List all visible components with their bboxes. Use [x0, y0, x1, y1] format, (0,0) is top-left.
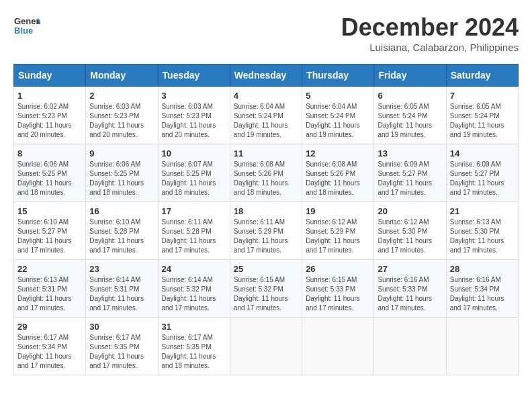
- day-info: Sunrise: 6:06 AM Sunset: 5:25 PM Dayligh…: [17, 160, 82, 197]
- day-info: Sunrise: 6:06 AM Sunset: 5:25 PM Dayligh…: [89, 160, 154, 197]
- day-info: Sunrise: 6:08 AM Sunset: 5:26 PM Dayligh…: [234, 160, 298, 197]
- day-cell-25: 25Sunrise: 6:15 AM Sunset: 5:32 PM Dayli…: [230, 260, 302, 318]
- day-info: Sunrise: 6:08 AM Sunset: 5:26 PM Dayligh…: [306, 160, 370, 197]
- calendar-table: SundayMondayTuesdayWednesdayThursdayFrid…: [13, 64, 519, 375]
- day-number: 28: [450, 264, 515, 274]
- weekday-header-thursday: Thursday: [302, 64, 374, 87]
- day-cell-28: 28Sunrise: 6:16 AM Sunset: 5:34 PM Dayli…: [446, 260, 518, 318]
- day-cell-26: 26Sunrise: 6:15 AM Sunset: 5:33 PM Dayli…: [302, 260, 374, 318]
- week-row-4: 22Sunrise: 6:13 AM Sunset: 5:31 PM Dayli…: [14, 260, 519, 318]
- day-cell-12: 12Sunrise: 6:08 AM Sunset: 5:26 PM Dayli…: [302, 144, 374, 202]
- day-cell-14: 14Sunrise: 6:09 AM Sunset: 5:27 PM Dayli…: [446, 144, 518, 202]
- day-cell-24: 24Sunrise: 6:14 AM Sunset: 5:32 PM Dayli…: [158, 260, 230, 318]
- day-cell-5: 5Sunrise: 6:04 AM Sunset: 5:24 PM Daylig…: [302, 87, 374, 144]
- day-cell-15: 15Sunrise: 6:10 AM Sunset: 5:27 PM Dayli…: [14, 202, 86, 260]
- weekday-header-sunday: Sunday: [14, 64, 86, 87]
- logo: General Blue: [13, 13, 40, 38]
- day-cell-23: 23Sunrise: 6:14 AM Sunset: 5:31 PM Dayli…: [86, 260, 158, 318]
- day-cell-16: 16Sunrise: 6:10 AM Sunset: 5:28 PM Dayli…: [86, 202, 158, 260]
- title-section: December 2024 Luisiana, Calabarzon, Phil…: [341, 13, 519, 53]
- day-cell-22: 22Sunrise: 6:13 AM Sunset: 5:31 PM Dayli…: [14, 260, 86, 318]
- day-cell-21: 21Sunrise: 6:13 AM Sunset: 5:30 PM Dayli…: [446, 202, 518, 260]
- day-number: 22: [17, 264, 82, 274]
- day-info: Sunrise: 6:04 AM Sunset: 5:24 PM Dayligh…: [234, 102, 298, 140]
- day-info: Sunrise: 6:16 AM Sunset: 5:34 PM Dayligh…: [450, 275, 515, 313]
- day-number: 12: [306, 148, 370, 158]
- day-info: Sunrise: 6:13 AM Sunset: 5:30 PM Dayligh…: [450, 218, 515, 255]
- day-info: Sunrise: 6:14 AM Sunset: 5:31 PM Dayligh…: [89, 275, 154, 313]
- day-cell-1: 1Sunrise: 6:02 AM Sunset: 5:23 PM Daylig…: [14, 87, 86, 144]
- day-info: Sunrise: 6:12 AM Sunset: 5:29 PM Dayligh…: [306, 218, 370, 255]
- empty-cell: [230, 318, 302, 375]
- day-number: 26: [306, 264, 370, 274]
- day-info: Sunrise: 6:05 AM Sunset: 5:24 PM Dayligh…: [450, 102, 515, 140]
- day-number: 30: [89, 322, 154, 332]
- day-number: 15: [17, 206, 82, 216]
- day-info: Sunrise: 6:09 AM Sunset: 5:27 PM Dayligh…: [450, 160, 515, 197]
- day-info: Sunrise: 6:09 AM Sunset: 5:27 PM Dayligh…: [378, 160, 442, 197]
- day-info: Sunrise: 6:13 AM Sunset: 5:31 PM Dayligh…: [17, 275, 82, 313]
- day-number: 10: [162, 148, 226, 158]
- empty-cell: [374, 318, 446, 375]
- day-cell-3: 3Sunrise: 6:03 AM Sunset: 5:23 PM Daylig…: [158, 87, 230, 144]
- svg-text:General: General: [14, 16, 40, 26]
- day-info: Sunrise: 6:15 AM Sunset: 5:32 PM Dayligh…: [234, 275, 298, 313]
- month-title: December 2024: [341, 13, 519, 42]
- day-info: Sunrise: 6:12 AM Sunset: 5:30 PM Dayligh…: [378, 218, 442, 255]
- day-info: Sunrise: 6:05 AM Sunset: 5:24 PM Dayligh…: [378, 102, 442, 140]
- day-number: 4: [234, 91, 298, 101]
- day-info: Sunrise: 6:17 AM Sunset: 5:35 PM Dayligh…: [89, 333, 154, 371]
- day-info: Sunrise: 6:03 AM Sunset: 5:23 PM Dayligh…: [89, 102, 154, 140]
- day-info: Sunrise: 6:11 AM Sunset: 5:28 PM Dayligh…: [162, 218, 226, 255]
- day-number: 29: [17, 322, 82, 332]
- day-cell-30: 30Sunrise: 6:17 AM Sunset: 5:35 PM Dayli…: [86, 318, 158, 375]
- weekday-header-row: SundayMondayTuesdayWednesdayThursdayFrid…: [14, 64, 519, 87]
- day-number: 18: [234, 206, 298, 216]
- day-cell-7: 7Sunrise: 6:05 AM Sunset: 5:24 PM Daylig…: [446, 87, 518, 144]
- day-number: 23: [89, 264, 154, 274]
- day-info: Sunrise: 6:14 AM Sunset: 5:32 PM Dayligh…: [162, 275, 226, 313]
- svg-text:Blue: Blue: [14, 26, 33, 36]
- day-number: 2: [89, 91, 154, 101]
- day-cell-8: 8Sunrise: 6:06 AM Sunset: 5:25 PM Daylig…: [14, 144, 86, 202]
- empty-cell: [446, 318, 518, 375]
- weekday-header-wednesday: Wednesday: [230, 64, 302, 87]
- day-number: 24: [162, 264, 226, 274]
- week-row-2: 8Sunrise: 6:06 AM Sunset: 5:25 PM Daylig…: [14, 144, 519, 202]
- day-info: Sunrise: 6:07 AM Sunset: 5:25 PM Dayligh…: [162, 160, 226, 197]
- day-cell-11: 11Sunrise: 6:08 AM Sunset: 5:26 PM Dayli…: [230, 144, 302, 202]
- day-info: Sunrise: 6:16 AM Sunset: 5:33 PM Dayligh…: [378, 275, 442, 313]
- day-info: Sunrise: 6:10 AM Sunset: 5:27 PM Dayligh…: [17, 218, 82, 255]
- page-header: General Blue December 2024 Luisiana, Cal…: [13, 13, 519, 53]
- weekday-header-friday: Friday: [374, 64, 446, 87]
- day-number: 7: [450, 91, 515, 101]
- day-cell-9: 9Sunrise: 6:06 AM Sunset: 5:25 PM Daylig…: [86, 144, 158, 202]
- day-number: 13: [378, 148, 442, 158]
- week-row-5: 29Sunrise: 6:17 AM Sunset: 5:34 PM Dayli…: [14, 318, 519, 375]
- day-number: 6: [378, 91, 442, 101]
- logo-svg: General Blue: [13, 13, 40, 38]
- weekday-header-monday: Monday: [86, 64, 158, 87]
- day-cell-4: 4Sunrise: 6:04 AM Sunset: 5:24 PM Daylig…: [230, 87, 302, 144]
- day-number: 27: [378, 264, 442, 274]
- day-number: 17: [162, 206, 226, 216]
- day-number: 21: [450, 206, 515, 216]
- day-number: 8: [17, 148, 82, 158]
- day-info: Sunrise: 6:17 AM Sunset: 5:35 PM Dayligh…: [162, 333, 226, 371]
- day-cell-20: 20Sunrise: 6:12 AM Sunset: 5:30 PM Dayli…: [374, 202, 446, 260]
- day-cell-2: 2Sunrise: 6:03 AM Sunset: 5:23 PM Daylig…: [86, 87, 158, 144]
- day-cell-17: 17Sunrise: 6:11 AM Sunset: 5:28 PM Dayli…: [158, 202, 230, 260]
- weekday-header-tuesday: Tuesday: [158, 64, 230, 87]
- day-cell-6: 6Sunrise: 6:05 AM Sunset: 5:24 PM Daylig…: [374, 87, 446, 144]
- day-number: 11: [234, 148, 298, 158]
- day-cell-18: 18Sunrise: 6:11 AM Sunset: 5:29 PM Dayli…: [230, 202, 302, 260]
- day-info: Sunrise: 6:11 AM Sunset: 5:29 PM Dayligh…: [234, 218, 298, 255]
- day-info: Sunrise: 6:04 AM Sunset: 5:24 PM Dayligh…: [306, 102, 370, 140]
- day-info: Sunrise: 6:17 AM Sunset: 5:34 PM Dayligh…: [17, 333, 82, 371]
- day-cell-31: 31Sunrise: 6:17 AM Sunset: 5:35 PM Dayli…: [158, 318, 230, 375]
- day-number: 19: [306, 206, 370, 216]
- day-cell-10: 10Sunrise: 6:07 AM Sunset: 5:25 PM Dayli…: [158, 144, 230, 202]
- day-number: 16: [89, 206, 154, 216]
- day-cell-13: 13Sunrise: 6:09 AM Sunset: 5:27 PM Dayli…: [374, 144, 446, 202]
- day-number: 25: [234, 264, 298, 274]
